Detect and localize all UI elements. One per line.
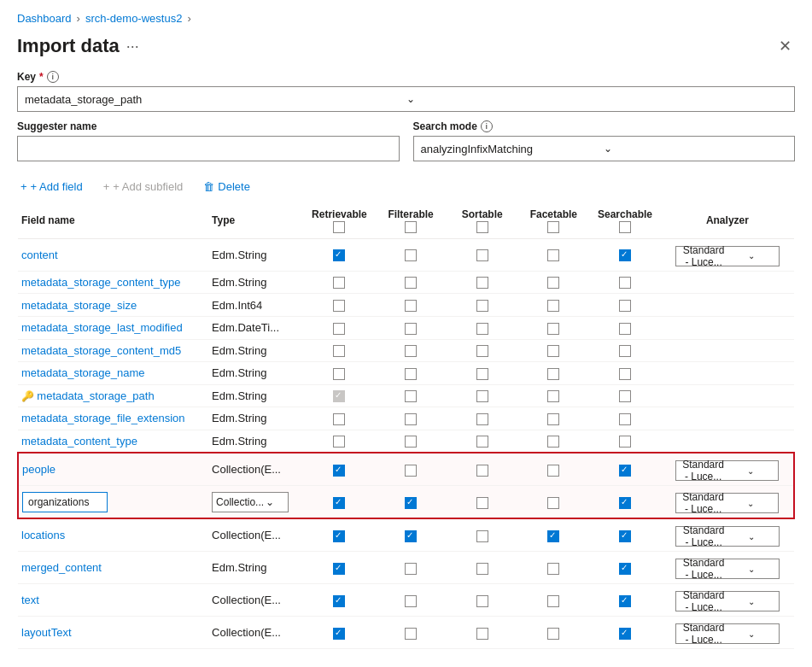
- filterable-checkbox[interactable]: [405, 465, 417, 477]
- table-row[interactable]: metadata_storage_content_md5Edm.String: [18, 339, 794, 362]
- table-row[interactable]: merged_contentEdm.StringStandard - Luce.…: [18, 552, 794, 584]
- searchable-checkbox[interactable]: [619, 345, 631, 357]
- key-select[interactable]: metadata_storage_path ⌄: [17, 86, 795, 112]
- table-row[interactable]: 🔑 metadata_storage_pathEdm.String: [18, 384, 794, 407]
- facetable-checkbox[interactable]: [547, 345, 559, 357]
- breadcrumb-dashboard[interactable]: Dashboard: [17, 12, 72, 25]
- searchable-checkbox[interactable]: [619, 413, 631, 425]
- filterable-checkbox[interactable]: [405, 300, 417, 312]
- filterable-checkbox[interactable]: [405, 497, 417, 509]
- close-button[interactable]: ✕: [775, 33, 795, 59]
- searchable-checkbox[interactable]: [619, 628, 631, 640]
- filterable-checkbox[interactable]: [405, 413, 417, 425]
- retrievable-checkbox[interactable]: [333, 249, 345, 261]
- retrievable-checkbox[interactable]: [333, 345, 345, 357]
- searchmode-info-icon[interactable]: i: [481, 120, 493, 132]
- facetable-checkbox[interactable]: [547, 249, 559, 261]
- facetable-checkbox[interactable]: [547, 595, 559, 607]
- analyzer-select[interactable]: Standard - Luce...⌄: [675, 559, 779, 579]
- header-filterable-checkbox[interactable]: [405, 221, 417, 233]
- facetable-checkbox[interactable]: [547, 628, 559, 640]
- add-subfield-button[interactable]: + + Add subfield: [100, 178, 187, 195]
- searchable-checkbox[interactable]: [619, 563, 631, 575]
- field-name-input[interactable]: [22, 492, 108, 512]
- delete-button[interactable]: 🗑 Delete: [200, 178, 254, 195]
- table-row[interactable]: contentEdm.StringStandard - Luce...⌄: [18, 238, 794, 271]
- key-info-icon[interactable]: i: [47, 71, 59, 83]
- searchable-checkbox[interactable]: [619, 436, 631, 448]
- searchable-checkbox[interactable]: [619, 530, 631, 542]
- searchable-checkbox[interactable]: [619, 300, 631, 312]
- filterable-checkbox[interactable]: [405, 249, 417, 261]
- table-row[interactable]: metadata_storage_last_modifiedEdm.DateTi…: [18, 316, 794, 339]
- searchable-checkbox[interactable]: [619, 390, 631, 402]
- analyzer-select[interactable]: Standard - Luce...⌄: [675, 591, 779, 611]
- table-row[interactable]: metadata_content_typeEdm.String: [18, 430, 794, 453]
- header-searchable-checkbox[interactable]: [619, 221, 631, 233]
- sortable-checkbox[interactable]: [476, 465, 488, 477]
- header-retrievable-checkbox[interactable]: [333, 221, 345, 233]
- retrievable-checkbox[interactable]: [333, 563, 345, 575]
- searchable-checkbox[interactable]: [619, 323, 631, 335]
- retrievable-checkbox[interactable]: [333, 277, 345, 289]
- analyzer-select[interactable]: Standard - Luce...⌄: [675, 460, 779, 481]
- retrievable-checkbox[interactable]: [333, 323, 345, 335]
- table-row[interactable]: metadata_storage_file_extensionEdm.Strin…: [18, 407, 794, 430]
- filterable-checkbox[interactable]: [405, 628, 417, 640]
- filterable-checkbox[interactable]: [405, 277, 417, 289]
- header-sortable-checkbox[interactable]: [476, 221, 488, 233]
- retrievable-checkbox[interactable]: [333, 497, 345, 509]
- retrievable-checkbox[interactable]: [333, 390, 345, 402]
- searchable-checkbox[interactable]: [619, 497, 631, 509]
- filterable-checkbox[interactable]: [405, 563, 417, 575]
- filterable-checkbox[interactable]: [405, 595, 417, 607]
- retrievable-checkbox[interactable]: [333, 300, 345, 312]
- analyzer-select[interactable]: Standard - Luce...⌄: [675, 246, 779, 266]
- filterable-checkbox[interactable]: [405, 530, 417, 542]
- suggester-input[interactable]: [17, 136, 400, 161]
- analyzer-select[interactable]: Standard - Luce...⌄: [675, 526, 779, 547]
- table-row[interactable]: peopleCollection(E...Standard - Luce...⌄: [18, 453, 794, 486]
- analyzer-select[interactable]: Standard - Luce...⌄: [675, 623, 779, 644]
- type-select[interactable]: Collectio...⌄: [212, 492, 289, 512]
- add-field-button[interactable]: + + Add field: [17, 178, 86, 195]
- sortable-checkbox[interactable]: [476, 390, 488, 402]
- filterable-checkbox[interactable]: [405, 436, 417, 448]
- table-row[interactable]: metadata_storage_sizeEdm.Int64: [18, 294, 794, 317]
- breadcrumb-resource[interactable]: srch-demo-westus2: [85, 12, 182, 25]
- searchable-checkbox[interactable]: [619, 465, 631, 477]
- facetable-checkbox[interactable]: [547, 300, 559, 312]
- sortable-checkbox[interactable]: [476, 563, 488, 575]
- filterable-checkbox[interactable]: [405, 368, 417, 380]
- retrievable-checkbox[interactable]: [333, 465, 345, 477]
- sortable-checkbox[interactable]: [476, 413, 488, 425]
- sortable-checkbox[interactable]: [476, 345, 488, 357]
- sortable-checkbox[interactable]: [476, 436, 488, 448]
- retrievable-checkbox[interactable]: [333, 595, 345, 607]
- retrievable-checkbox[interactable]: [333, 368, 345, 380]
- table-row[interactable]: locationsCollection(E...Standard - Luce.…: [18, 518, 794, 552]
- facetable-checkbox[interactable]: [547, 413, 559, 425]
- sortable-checkbox[interactable]: [476, 530, 488, 542]
- header-facetable-checkbox[interactable]: [547, 221, 559, 233]
- facetable-checkbox[interactable]: [547, 436, 559, 448]
- table-row[interactable]: metadata_storage_content_typeEdm.String: [18, 271, 794, 294]
- sortable-checkbox[interactable]: [476, 277, 488, 289]
- table-row[interactable]: layoutTextCollection(E...Standard - Luce…: [18, 617, 794, 649]
- table-row[interactable]: Collectio...⌄Standard - Luce...⌄: [18, 486, 794, 519]
- more-options-icon[interactable]: ···: [126, 38, 139, 56]
- sortable-checkbox[interactable]: [476, 323, 488, 335]
- facetable-checkbox[interactable]: [547, 563, 559, 575]
- searchable-checkbox[interactable]: [619, 595, 631, 607]
- filterable-checkbox[interactable]: [405, 345, 417, 357]
- facetable-checkbox[interactable]: [547, 497, 559, 509]
- filterable-checkbox[interactable]: [405, 323, 417, 335]
- table-row[interactable]: metadata_storage_nameEdm.String: [18, 362, 794, 385]
- searchmode-select[interactable]: analyzingInfixMatching ⌄: [413, 136, 796, 161]
- facetable-checkbox[interactable]: [547, 277, 559, 289]
- sortable-checkbox[interactable]: [476, 300, 488, 312]
- retrievable-checkbox[interactable]: [333, 628, 345, 640]
- searchable-checkbox[interactable]: [619, 368, 631, 380]
- facetable-checkbox[interactable]: [547, 390, 559, 402]
- sortable-checkbox[interactable]: [476, 595, 488, 607]
